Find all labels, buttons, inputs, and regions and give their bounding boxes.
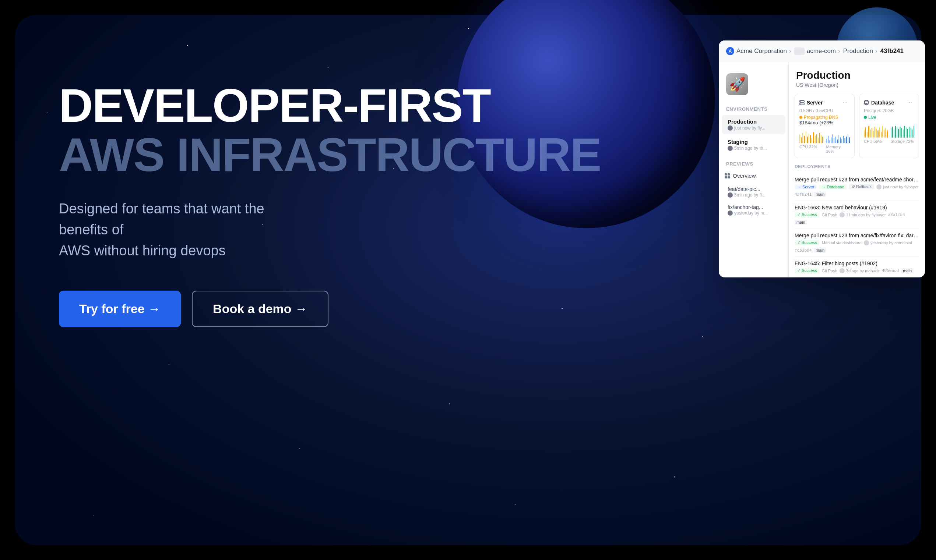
deployments-section: DEPLOYMENTS Merge pull request #23 from … [789, 164, 925, 277]
deployment-item-2[interactable]: ENG-1663: New card behaviour (#1919) ✓ S… [795, 201, 919, 229]
tag-rollback-1: ↺ Rollback [849, 184, 874, 189]
sidebar-preview-feat[interactable]: feat/date-pic... 5min ago by fl... [722, 183, 785, 200]
database-card-header: Database ··· [864, 98, 914, 107]
database-card: Database ··· Postgres 20GB Live [859, 94, 919, 158]
hero-title-main: DEVELOPER-FIRST [59, 81, 601, 130]
server-card-title: Server [799, 100, 823, 106]
hero-section: DEVELOPER-FIRST AWS INFRASTRUCTURE Desig… [0, 0, 936, 560]
repo-icon [794, 48, 805, 55]
deployment-meta-1: → Server → Database ↺ Rollback just now … [795, 184, 919, 197]
sidebar-env-staging-name: Staging [728, 139, 780, 145]
branch-tag-1: main [814, 192, 826, 197]
db-cpu-label: CPU 56% [864, 139, 888, 143]
commit-hash-1: 43fb241 [795, 192, 811, 197]
db-storage-label: Storage 72% [891, 139, 914, 143]
hero-description: Designed for teams that want the benefit… [59, 198, 317, 261]
database-card-status: Live [864, 115, 914, 120]
breadcrumb-repo[interactable]: acme-com › [794, 48, 840, 55]
svg-point-4 [865, 100, 868, 102]
breadcrumb-org[interactable]: A Acme Corporation › [726, 47, 791, 55]
sidebar-preview-fix[interactable]: fix/anchor-tag... yesterday by m... [722, 201, 785, 218]
org-name: Acme Corporation [736, 48, 787, 55]
sidebar-env-staging-meta: 5min ago by th... [728, 146, 780, 151]
app-icon: 🚀 [726, 73, 748, 95]
server-card-header: Server ··· [799, 98, 850, 107]
deploy-avatar-3 [864, 240, 869, 245]
grid-icon [725, 173, 730, 178]
deployment-item-4[interactable]: ENG-1645: Filter blog posts (#1902) ✓ Su… [795, 257, 919, 277]
tag-success-4: ✓ Success [795, 268, 820, 273]
server-card-more[interactable]: ··· [840, 98, 850, 107]
database-icon [864, 100, 869, 105]
sidebar-item-production[interactable]: Production just now by fly... [722, 115, 785, 134]
dash-main-header: Production US West (Oregon) [789, 62, 925, 94]
tag-success-3: ✓ Success [795, 240, 820, 245]
dash-main: Production US West (Oregon) [789, 62, 925, 277]
database-card-specs: Postgres 20GB [864, 108, 914, 113]
deployments-title: DEPLOYMENTS [795, 164, 919, 169]
server-card: Server ··· 0.5GB / 0.5vCPU Propagating D… [795, 94, 854, 158]
dash-main-subtitle: US West (Oregon) [796, 82, 917, 88]
server-card-specs: 0.5GB / 0.5vCPU [799, 108, 850, 113]
sidebar-env-production-meta: just now by fly... [728, 125, 780, 131]
deployment-title-1: Merge pull request #23 from acme/feat/re… [795, 177, 919, 183]
sidebar-env-staging-avatar [728, 146, 733, 151]
dashboard-panel: A Acme Corporation › acme-com › Producti… [719, 40, 925, 277]
overview-label: Overview [733, 172, 756, 179]
sidebar-preview-feat-meta: 5min ago by fl... [728, 192, 780, 198]
db-cpu-chart: CPU 56% [864, 123, 888, 143]
hero-buttons: Try for free → Book a demo → [59, 291, 601, 327]
deploy-avatar-1 [876, 184, 882, 189]
environments-label: ENVIRONMENTS [719, 103, 788, 114]
try-for-free-button[interactable]: Try for free → [59, 291, 181, 327]
env-name: Production [843, 48, 873, 55]
sidebar-overview[interactable]: Overview [719, 169, 788, 183]
deployment-item-1[interactable]: Merge pull request #23 from acme/feat/re… [795, 173, 919, 201]
commit-hash-4: 405eacd [882, 268, 899, 273]
breadcrumb-commit[interactable]: 43fb241 [880, 48, 904, 55]
app-icon-area: 🚀 [719, 69, 788, 103]
database-card-more[interactable]: ··· [905, 98, 914, 107]
cards-grid: Server ··· 0.5GB / 0.5vCPU Propagating D… [789, 94, 925, 164]
deployment-meta-3: ✓ Success Manual via dashboard yesterday… [795, 240, 919, 253]
tag-server-1: → Server [795, 184, 817, 189]
sidebar-preview-fix-meta: yesterday by m... [728, 211, 780, 215]
deploy-trigger-4: Git Push [822, 269, 837, 273]
dash-sidebar: 🚀 ENVIRONMENTS Production just now by fl… [719, 62, 789, 277]
hero-title-sub: AWS INFRASTRUCTURE [59, 130, 601, 180]
deployment-meta-2: ✓ Success Git Push 11min ago by flybayer… [795, 212, 919, 225]
server-memory-sparkline [826, 128, 850, 143]
book-demo-button[interactable]: Book a demo → [192, 291, 328, 327]
sidebar-env-avatar [728, 125, 733, 131]
database-status-dot [864, 116, 867, 119]
server-status-dot [799, 116, 802, 119]
deployment-item-3[interactable]: Merge pull request #23 from acme/fix/fav… [795, 229, 919, 257]
server-icon [799, 100, 805, 105]
db-storage-sparkline [891, 123, 914, 138]
deployment-title-3: Merge pull request #23 from acme/fix/fav… [795, 232, 919, 238]
breadcrumb-sep-1: › [789, 48, 791, 55]
server-sparklines: CPU 32% [799, 128, 850, 154]
server-card-price: $184/mo (+28% [799, 120, 850, 125]
breadcrumb-sep-2: › [838, 48, 840, 55]
deploy-meta-text-4: 3d ago by mabadir [839, 268, 880, 273]
database-sparklines: CPU 56% [864, 123, 914, 143]
server-cpu-chart: CPU 32% [799, 128, 823, 154]
dashboard-body: 🚀 ENVIRONMENTS Production just now by fl… [719, 62, 925, 277]
hero-content: DEVELOPER-FIRST AWS INFRASTRUCTURE Desig… [59, 81, 601, 327]
sidebar-item-staging[interactable]: Staging 5min ago by th... [722, 135, 785, 155]
sidebar-env-production-name: Production [728, 118, 780, 125]
deployment-title-4: ENG-1645: Filter blog posts (#1902) [795, 260, 919, 266]
breadcrumb-env[interactable]: Production › [843, 48, 877, 55]
db-storage-chart: Storage 72% [891, 123, 914, 143]
server-cpu-label: CPU 32% [799, 145, 823, 149]
previews-label: PREVIEWS [719, 155, 788, 169]
branch-tag-2: main [795, 220, 807, 225]
dash-main-title: Production [796, 69, 917, 81]
deployment-title-2: ENG-1663: New card behaviour (#1919) [795, 205, 919, 211]
commit-hash-breadcrumb: 43fb241 [880, 48, 904, 55]
deploy-trigger-3: Manual via dashboard [822, 241, 862, 245]
server-cpu-sparkline [799, 128, 823, 143]
sidebar-preview-fix-name: fix/anchor-tag... [728, 204, 780, 210]
dash-main-scroll[interactable]: Production US West (Oregon) [789, 62, 925, 277]
